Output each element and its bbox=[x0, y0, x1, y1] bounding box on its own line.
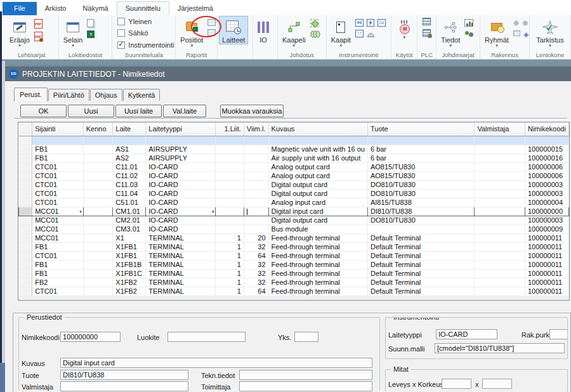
muokkaa-varauksia-button[interactable]: Muokkaa varauksia bbox=[220, 105, 284, 117]
tab-ohjaus[interactable]: Ohjaus bbox=[90, 89, 122, 101]
column-header-1-liit[interactable]: 1.Liit. bbox=[216, 122, 244, 136]
row-selector[interactable] bbox=[19, 145, 32, 154]
new-row-cell[interactable] bbox=[146, 136, 216, 145]
chart-icon[interactable] bbox=[464, 19, 473, 27]
uusi-button[interactable]: Uusi bbox=[68, 105, 114, 117]
attach-icon[interactable]: ⊕ bbox=[513, 19, 519, 27]
new-row-cell[interactable] bbox=[113, 136, 146, 145]
leveys-field[interactable] bbox=[442, 379, 471, 389]
new-row[interactable] bbox=[19, 136, 569, 145]
checkbox-instrumentointi[interactable]: Instrumentointi bbox=[117, 39, 174, 51]
tarkistus-button[interactable]: Tarkistus ▾ bbox=[533, 16, 567, 48]
lift-icon[interactable]: ↑↑ bbox=[355, 30, 364, 37]
row-selector[interactable] bbox=[19, 189, 32, 198]
row-selector[interactable] bbox=[19, 171, 32, 180]
chevron-down-icon[interactable]: ▾ bbox=[212, 209, 214, 214]
column-header-valmistaja[interactable]: Valmistaja bbox=[475, 122, 525, 136]
row-selector[interactable] bbox=[19, 278, 32, 287]
row-selector[interactable] bbox=[19, 136, 32, 145]
table-row[interactable]: CTC01X1FB2TERMINAL164Feed-through termin… bbox=[19, 287, 569, 296]
new-row-cell[interactable] bbox=[216, 136, 244, 145]
kaytot-motor-button[interactable]: ▾ bbox=[395, 16, 413, 40]
suunn-malli-field[interactable]: [cmodel="DI810/TU838"] bbox=[435, 343, 565, 353]
tab-piiri-lahto[interactable]: Piiri/Lähtö bbox=[48, 89, 89, 101]
column-header-nimikekoodi[interactable]: Nimikekoodi bbox=[525, 122, 568, 136]
cell-viim-l[interactable] bbox=[244, 207, 268, 216]
new-row-cell[interactable] bbox=[244, 136, 268, 145]
table-row[interactable]: CTC01C51.01IO-CARDAnalog input cardAI815… bbox=[19, 198, 569, 207]
laitteet-button[interactable]: Laitteet bbox=[219, 16, 248, 44]
row-selector-header[interactable] bbox=[19, 122, 32, 136]
eraajo-button[interactable]: Eräajo ▾ bbox=[6, 16, 33, 48]
resource-gear-icon[interactable] bbox=[464, 30, 474, 38]
cable-select-icon[interactable] bbox=[310, 19, 318, 27]
row-selector[interactable] bbox=[19, 154, 32, 162]
table-row[interactable]: FB2X1FB2TERMINAL132Feed-through terminal… bbox=[19, 278, 569, 287]
row-selector[interactable] bbox=[19, 180, 32, 189]
dialog-title-bar[interactable]: ED PROJEKTIN LAITETIEDOT - Nimiketiedot bbox=[5, 67, 571, 81]
val-laite-button[interactable]: Val.laite bbox=[163, 105, 206, 117]
table-row[interactable]: CTC01C11.02IO-CARDAnalog output cardAO81… bbox=[19, 171, 569, 180]
row-selector[interactable] bbox=[19, 225, 32, 233]
new-row-cell[interactable] bbox=[32, 136, 84, 145]
column-header-tuote[interactable]: Tuote bbox=[367, 122, 474, 136]
column-header-viim-l[interactable]: Viim.l. bbox=[244, 122, 268, 136]
table-row[interactable]: CTC01C11.01IO-CARDAnalog output cardAO81… bbox=[19, 162, 569, 171]
row-selector[interactable] bbox=[19, 162, 32, 171]
row-selector[interactable] bbox=[19, 216, 32, 225]
column-header-laite[interactable]: Laite bbox=[113, 122, 146, 136]
table-row[interactable]: FB1X1FB1BTERMINAL132Feed-through termina… bbox=[19, 260, 569, 269]
table-row-editing[interactable]: MCC01▾CM1.01IO-CARD▾Digital input cardDI… bbox=[19, 207, 569, 216]
table-row[interactable]: CTC01C11.04IO-CARDDigital output cardDO8… bbox=[19, 189, 569, 198]
tiedot-button[interactable]: Tiedot ▾ bbox=[438, 16, 463, 48]
plc-config-icon[interactable] bbox=[423, 29, 431, 37]
tab-perust[interactable]: Perust. bbox=[14, 88, 48, 101]
tekn-tiedot-field[interactable] bbox=[239, 370, 372, 380]
ok-button[interactable]: OK bbox=[20, 105, 67, 117]
tab-suunnittelu[interactable]: Suunnittelu bbox=[117, 1, 169, 15]
column-header-kenno[interactable]: Kenno bbox=[83, 122, 113, 136]
cell-sijainti[interactable]: MCC01▾ bbox=[32, 207, 84, 216]
new-row-cell[interactable] bbox=[83, 136, 113, 145]
row-selector[interactable] bbox=[19, 251, 32, 260]
checkbox-sahko[interactable]: Sähkö bbox=[117, 27, 148, 39]
cell-kuvaus[interactable]: Digital input card bbox=[268, 207, 367, 216]
cell-nimikekoodi[interactable]: 100000000 bbox=[525, 207, 568, 216]
tuote-field[interactable]: DI810/TU838 bbox=[60, 370, 188, 380]
copy-log-icon[interactable] bbox=[87, 19, 94, 27]
table-row[interactable]: MCC01CM3.01IO-CARDBus module100000009 bbox=[19, 225, 569, 233]
column-header-sijainti[interactable]: Sijainti bbox=[32, 122, 84, 136]
new-row-cell[interactable] bbox=[268, 136, 367, 145]
yks-field[interactable] bbox=[294, 332, 318, 342]
table-row[interactable]: CTC01C11.03IO-CARDDigital output cardDO8… bbox=[19, 180, 569, 189]
pdf-settings-icon[interactable] bbox=[34, 32, 43, 41]
row-selector[interactable] bbox=[19, 269, 32, 278]
selain-button[interactable]: Selain ▾ bbox=[60, 16, 86, 48]
cell-laitetyyppi[interactable]: IO-CARD▾ bbox=[146, 207, 216, 216]
cell-laite[interactable]: CM1.01 bbox=[113, 207, 146, 216]
table-row[interactable]: FB1X1FB1TERMINAL132Feed-through terminal… bbox=[19, 242, 569, 251]
ryhmat-button[interactable]: Ryhmät ▾ bbox=[482, 16, 512, 48]
cell-1-liit[interactable] bbox=[216, 207, 244, 216]
row-selector[interactable] bbox=[19, 287, 32, 296]
hood-icon[interactable] bbox=[367, 30, 375, 37]
remove-icon[interactable]: ⊗ bbox=[522, 19, 528, 27]
nimikekoodi-field[interactable]: 100000000 bbox=[60, 332, 121, 342]
table-row[interactable]: FB1AS1AIRSUPPLYMagnetic valve unit with … bbox=[19, 145, 569, 154]
valmistaja-field[interactable] bbox=[60, 381, 188, 391]
chevron-down-icon[interactable]: ▾ bbox=[79, 209, 82, 214]
table-row[interactable]: MCC01X1TERMINAL120Feed-through terminalD… bbox=[19, 233, 569, 242]
new-row-cell[interactable] bbox=[475, 136, 525, 145]
oxygen-icon[interactable]: O2 bbox=[377, 19, 386, 27]
valve-icon[interactable]: ⋈ bbox=[355, 19, 364, 27]
tab-nakyma[interactable]: Näkymä bbox=[74, 2, 116, 15]
row-selector[interactable] bbox=[19, 233, 32, 242]
laitetyyppi-field[interactable]: IO-CARD bbox=[436, 329, 497, 339]
table-row[interactable]: FB1AS2AIRSUPPLYAir supply unit with 16 o… bbox=[19, 154, 569, 162]
pdf-report-icon[interactable] bbox=[34, 19, 43, 29]
row-selector[interactable] bbox=[19, 198, 32, 207]
tab-arkisto[interactable]: Arkisto bbox=[37, 2, 75, 15]
toimittaja-field[interactable] bbox=[239, 381, 372, 391]
plc-icon[interactable] bbox=[423, 18, 431, 25]
diamond-icon[interactable]: ◈ bbox=[523, 30, 528, 39]
